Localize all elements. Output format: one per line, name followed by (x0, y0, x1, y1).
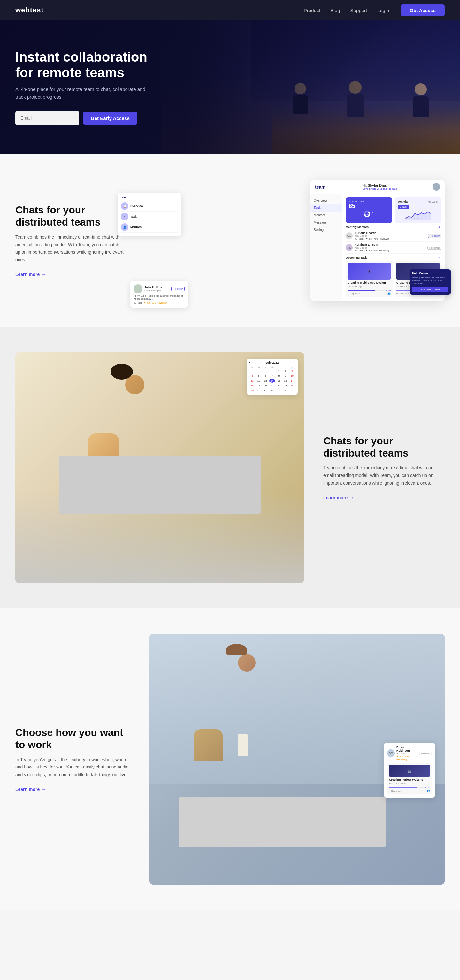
tasks-nav[interactable]: ‹ › (439, 256, 442, 259)
prof-name: Brian Robinson (396, 746, 417, 752)
prof-info: Brian Robinson 28 Task ★ 4.8 (570 Review… (396, 746, 417, 761)
profile-overlay-follow-btn[interactable]: + Follow (171, 287, 185, 291)
section1-learn-more[interactable]: Learn more → (15, 272, 46, 277)
cal-prev-btn[interactable]: ‹ (249, 361, 250, 364)
section3-learn-more[interactable]: Learn more → (15, 787, 46, 792)
svg-text:65%: 65% (365, 213, 370, 216)
activity-label: Activity (398, 200, 409, 203)
mentor-name-1: Curious George (355, 231, 426, 234)
profile-overlay-role: iOS Developer (144, 289, 162, 292)
chat-overlay-brand: team. (121, 196, 178, 199)
section3-text-content: Choose how you want to work In Team, you… (15, 726, 130, 792)
section1-body: Team combines the immediacy of real-time… (15, 234, 124, 264)
section2-heading: Chats for your distributed teams (323, 435, 445, 460)
mentor-info-1: Curious George iOS Design 40 Task · ★ 4.… (355, 231, 426, 240)
chat-avatar-2: ✓ (121, 213, 128, 220)
svg-text:M: M (406, 218, 407, 220)
sidebar-item-mentors[interactable]: Mentors (310, 212, 342, 219)
prof-followed-badge: Followed (419, 752, 432, 755)
chat-item-3: 👤 Mentors (121, 222, 178, 232)
help-title: Help Center (412, 272, 449, 275)
task1-progress-fill (348, 290, 375, 291)
upcoming-task-title: Upcoming Task ‹ › (346, 256, 441, 259)
svg-text:W: W (413, 218, 415, 220)
running-task-card: Running Task 65 65% 100 (346, 197, 392, 223)
logo: webtest (15, 6, 44, 14)
profile-overlay: Julia Phillips iOS Developer + Follow Hi… (130, 281, 188, 307)
running-task-value: 65 (349, 203, 389, 210)
dash-greeting: Hi, Skylar Dias (362, 183, 397, 187)
task1-meta: 3 Days Left 👥 (348, 292, 391, 295)
prof-rating: ★ 4.8 (570 Reviews) (396, 755, 417, 761)
mentor-avatar-1: CG (346, 232, 353, 239)
cal-next-btn[interactable]: › (294, 361, 295, 364)
nav-product[interactable]: Product (304, 8, 320, 13)
dash-stats-row: Running Task 65 65% 100 Activity (346, 197, 441, 223)
nav-login[interactable]: Log In (377, 8, 391, 13)
arrow-right-icon: → (42, 272, 46, 277)
dash-header: team. Hi, Skylar Dias Let's finish your … (310, 180, 445, 194)
profile-overlay-info: Julia Phillips iOS Developer (144, 286, 162, 292)
profile-card-overlay: BR Brian Robinson 28 Task ★ 4.8 (570 Rev… (384, 743, 435, 797)
email-input-wrapper[interactable]: → (15, 111, 79, 126)
profile-overlay-name: Julia Phillips (144, 286, 162, 289)
svg-text:F: F (421, 218, 422, 220)
running-task-label: Running Task (349, 200, 389, 203)
mentor-card-1: CG Curious George iOS Design 40 Task · ★… (346, 230, 441, 242)
task1-title: Creating Mobile App Design (348, 281, 391, 284)
nav-cta-button[interactable]: Get Access (401, 5, 445, 16)
nav-support[interactable]: Support (350, 8, 367, 13)
activity-week: This Week (426, 200, 438, 203)
profile-overlay-tasks: 60 Task (134, 301, 142, 304)
section2-body: Team combines the immediacy of real-time… (323, 464, 445, 487)
navbar: webtest Product Blog Support Log In Get … (0, 0, 460, 21)
chat-sidebar-overlay: team. 📋 Overview ✓ Task 👤 Mentors (118, 192, 181, 236)
hero-form: → Get Early Access (15, 111, 151, 126)
svg-text:100: 100 (370, 212, 374, 214)
section2-learn-more[interactable]: Learn more → (323, 495, 354, 500)
dash-subgreeting: Let's finish your task today! (362, 187, 397, 191)
mentor-stats-2: 32 Task · ★ 4.9 (510 Reviews) (355, 249, 425, 252)
sidebar-item-message[interactable]: Message (310, 219, 342, 226)
arrow-right-icon-2: → (350, 495, 354, 500)
hero-content: Instant collaboration for remote teams A… (0, 24, 166, 151)
sidebar-item-settings[interactable]: Settings (310, 226, 342, 234)
nav-blog[interactable]: Blog (331, 8, 340, 13)
help-desc: Having Troubles, Questions? Please conta… (412, 276, 449, 285)
hero-cta-button[interactable]: Get Early Access (83, 111, 137, 125)
prof-progress-fill (389, 787, 417, 788)
nav-links: Product Blog Support Log In Get Access (304, 5, 445, 16)
prof-task-title: Creating Perfect Website (389, 778, 430, 781)
dash-brand: team. (315, 185, 327, 189)
mentor-name-2: Abraham Lincoln (355, 243, 425, 246)
mentor-follow-btn-1[interactable]: + Follow (428, 234, 441, 238)
monthly-mentors-title: Monthly Mentors ‹ › (346, 226, 441, 229)
section1-heading: Chats for your distributed teams (15, 204, 124, 228)
help-goto-btn[interactable]: Go to Help Center (412, 287, 449, 292)
email-field[interactable] (21, 116, 69, 121)
mentor-avatar-2: AL (346, 244, 353, 251)
prof-task-meta: 4 Days Left 👥 (389, 790, 430, 793)
profile-overlay-bio: Hi I'm Julia Phillips. I'm a senior mana… (134, 294, 185, 300)
chat-avatar-3: 👤 (121, 223, 128, 231)
section3-image-area: BR Brian Robinson 28 Task ★ 4.8 (570 Rev… (150, 634, 445, 884)
sidebar-item-task[interactable]: Task (310, 204, 342, 212)
mentors-nav[interactable]: ‹ › (439, 226, 442, 229)
mentor-role-1: iOS Design (355, 234, 426, 237)
svg-text:T: T (417, 218, 418, 220)
profile-overlay-avatar (134, 284, 142, 293)
sidebar-item-overview[interactable]: Overview (310, 197, 342, 204)
chat-avatar-1: 📋 (121, 202, 128, 210)
hero-subtitle: All-in-one place for your remote team to… (15, 86, 151, 101)
prof-tasks: 28 Task (396, 752, 417, 755)
profile-overlay-rating: ★ 4.9 (910 Reviews) (144, 301, 167, 304)
mentor-card-2: AL Abraham Lincoln iOS Design 32 Task · … (346, 242, 441, 254)
section1-visual: team. Hi, Skylar Dias Let's finish your … (143, 180, 445, 301)
section-choose-work: Choose how you want to work In Team, you… (0, 608, 460, 910)
section3-heading: Choose how you want to work (15, 726, 130, 751)
profile-overlay-header: Julia Phillips iOS Developer + Follow (134, 284, 185, 293)
arrow-right-icon-3: → (42, 787, 46, 792)
email-arrow-icon: → (71, 115, 77, 121)
task1-progress-bar (348, 290, 384, 291)
prof-progress-bar (389, 787, 423, 788)
